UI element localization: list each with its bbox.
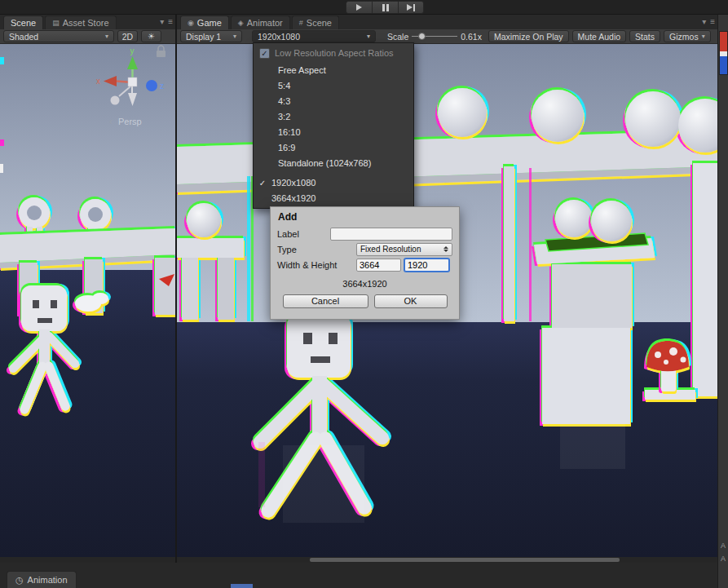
step-icon-bar xyxy=(413,4,415,11)
playback-buttons xyxy=(346,1,424,14)
display-dropdown[interactable]: Display 1 ▾ xyxy=(180,30,242,42)
scene-grid-icon: # xyxy=(299,20,303,27)
thin-pillar xyxy=(504,166,514,321)
label-field-label: Label xyxy=(277,229,330,239)
bottom-scroll-fragment[interactable] xyxy=(231,584,253,588)
playback-toolbar xyxy=(0,0,728,15)
figure-mouth xyxy=(38,318,52,323)
gizmo-x-label: x xyxy=(96,77,100,86)
scene-view-render: y x z ‹ Persp xyxy=(0,44,175,557)
menu-item-1920x1080[interactable]: ✓ 1920x1080 xyxy=(254,175,413,191)
scale-slider[interactable] xyxy=(412,30,457,42)
menu-item-low-res-toggle[interactable]: ✓ Low Resolution Aspect Ratios xyxy=(254,43,413,63)
figure-eye xyxy=(329,333,338,344)
sphere xyxy=(591,201,632,241)
menu-item-16-10[interactable]: 16:10 xyxy=(254,125,413,140)
persp-icon: ‹ xyxy=(109,116,113,127)
asset-store-icon: ▤ xyxy=(52,20,60,27)
chevron-down-icon: ▾ xyxy=(105,33,108,40)
tab-scene-right[interactable]: # Scene xyxy=(292,15,339,29)
stats-label: Stats xyxy=(635,32,655,42)
pane-list-icon[interactable]: ≡ xyxy=(168,18,173,26)
play-button[interactable] xyxy=(346,1,372,14)
gizmo-z-label: z xyxy=(160,82,164,91)
type-field-label: Type xyxy=(277,245,356,254)
animator-icon: ◈ xyxy=(238,20,244,27)
tab-asset-store[interactable]: ▤ Asset Store xyxy=(45,15,116,29)
ok-button[interactable]: OK xyxy=(374,294,448,308)
menu-item-3664x1920[interactable]: 3664x1920 xyxy=(254,191,413,206)
maximize-on-play-button[interactable]: Maximize On Play xyxy=(488,30,569,42)
label-field-input[interactable] xyxy=(330,228,452,241)
menu-item-4-3[interactable]: 4:3 xyxy=(254,94,413,109)
right-edge-strip: A A xyxy=(717,15,728,588)
pane-dropdown-icon[interactable]: ▾ xyxy=(160,18,164,26)
vertical-tab-letter: A xyxy=(718,542,728,550)
menu-item-16-9[interactable]: 16:9 xyxy=(254,140,413,156)
tab-animation[interactable]: ◷ Animation xyxy=(7,571,77,588)
step-button[interactable] xyxy=(398,1,424,14)
game-hscrollbar[interactable] xyxy=(177,557,717,563)
scene-viewport[interactable]: y x z ‹ Persp xyxy=(0,44,175,557)
menu-item-3-2[interactable]: 3:2 xyxy=(254,109,413,125)
checkbox-checked-icon[interactable]: ✓ xyxy=(259,48,270,59)
tab-scene-label: Scene xyxy=(11,16,36,29)
type-field-row: Type Fixed Resolution xyxy=(277,242,452,256)
persp-label: Persp xyxy=(118,117,142,126)
tab-animator[interactable]: ◈ Animator xyxy=(231,15,290,29)
figure-eye xyxy=(303,333,312,344)
aspect-ratio-value: 1920x1080 xyxy=(258,32,300,42)
game-icon: ◉ xyxy=(188,20,194,27)
tab-game[interactable]: ◉ Game xyxy=(180,15,229,29)
stats-button[interactable]: Stats xyxy=(629,30,660,42)
checkmark-icon: ✓ xyxy=(254,175,271,191)
maximize-on-play-label: Maximize On Play xyxy=(494,32,563,42)
scale-label: Scale xyxy=(387,32,408,42)
mute-audio-label: Mute Audio xyxy=(578,32,621,42)
gizmos-dropdown[interactable]: Gizmos ▾ xyxy=(664,30,711,42)
width-input[interactable] xyxy=(356,259,401,272)
tab-asset-store-label: Asset Store xyxy=(63,16,109,29)
menu-item-standalone[interactable]: Standalone (1024x768) xyxy=(254,156,413,171)
dialog-buttons: Cancel OK xyxy=(271,294,459,308)
aspect-ratio-menu: ✓ Low Resolution Aspect Ratios Free Aspe… xyxy=(253,42,414,209)
pause-button[interactable] xyxy=(372,1,398,14)
height-input[interactable] xyxy=(404,259,449,272)
2d-toggle[interactable]: 2D xyxy=(117,30,138,42)
play-icon xyxy=(356,4,362,11)
collapsed-tab-icon[interactable] xyxy=(719,31,728,75)
sphere xyxy=(187,203,221,237)
shaded-dropdown[interactable]: Shaded ▾ xyxy=(3,30,114,42)
chevron-down-icon: ▾ xyxy=(702,33,705,40)
mute-audio-button[interactable]: Mute Audio xyxy=(572,30,627,42)
tab-game-label: Game xyxy=(197,16,222,29)
2d-toggle-label: 2D xyxy=(122,32,133,42)
figure-eye xyxy=(51,300,57,308)
scene-panel: Scene ▤ Asset Store ▾ ≡ Shaded ▾ 2D ☀ xyxy=(0,15,175,563)
tab-scene[interactable]: Scene xyxy=(3,15,43,29)
type-dropdown[interactable]: Fixed Resolution xyxy=(356,243,452,256)
label-field-row: Label xyxy=(277,227,452,241)
resolution-preview: 3664x1920 xyxy=(271,279,459,289)
bottom-bar: ◷ Animation xyxy=(0,563,717,588)
menu-item-5-4[interactable]: 5:4 xyxy=(254,78,413,94)
figure-mouth xyxy=(311,356,330,363)
pane-dropdown-icon[interactable]: ▾ xyxy=(702,18,706,26)
menu-header-label: Low Resolution Aspect Ratios xyxy=(275,48,394,58)
pane-list-icon[interactable]: ≡ xyxy=(710,18,715,26)
size-field-row: Width & Height xyxy=(277,258,452,272)
sphere xyxy=(555,200,593,237)
cancel-button[interactable]: Cancel xyxy=(283,294,368,308)
aspect-ratio-dropdown[interactable]: 1920x1080 ▾ xyxy=(252,30,376,42)
gizmo-y-label: y xyxy=(130,46,135,55)
checkmark-icon xyxy=(254,191,271,206)
lighting-toggle[interactable]: ☀ xyxy=(141,30,161,42)
chevron-down-icon: ▾ xyxy=(233,33,236,40)
popup-arrows-icon xyxy=(443,246,448,252)
slider-thumb[interactable] xyxy=(418,33,426,40)
menu-item-label: 3664x1920 xyxy=(271,191,315,206)
game-panel-tabbar: ◉ Game ◈ Animator # Scene ▾ ≡ xyxy=(177,15,717,29)
sun-icon: ☀ xyxy=(148,32,155,41)
hscrollbar-thumb[interactable] xyxy=(310,558,620,562)
menu-item-free-aspect[interactable]: Free Aspect xyxy=(254,63,413,78)
